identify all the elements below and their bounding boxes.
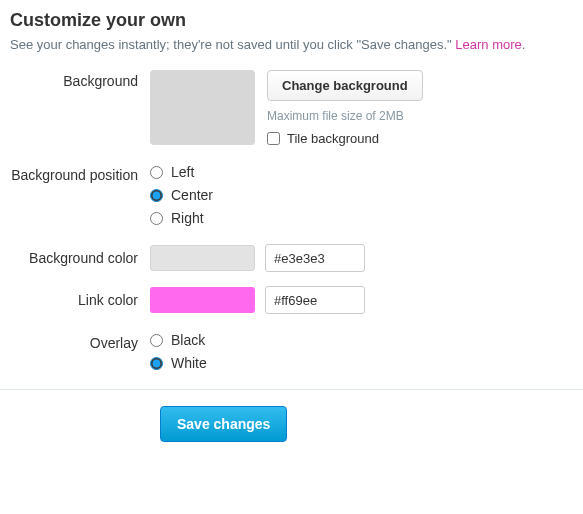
tile-background-row[interactable]: Tile background — [267, 131, 423, 146]
background-color-swatch[interactable] — [150, 245, 255, 271]
position-left-radio[interactable] — [150, 166, 163, 179]
position-radio-group: Left Center Right — [150, 164, 213, 226]
link-color-label: Link color — [10, 286, 150, 309]
change-background-button[interactable]: Change background — [267, 70, 423, 101]
page-title: Customize your own — [10, 10, 573, 31]
filesize-hint: Maximum file size of 2MB — [267, 109, 423, 123]
learn-more-link[interactable]: Learn more — [455, 37, 521, 52]
overlay-black-label: Black — [171, 332, 205, 348]
background-preview — [150, 70, 255, 145]
save-changes-button[interactable]: Save changes — [160, 406, 287, 442]
overlay-white-label: White — [171, 355, 207, 371]
page-subtext: See your changes instantly; they're not … — [10, 37, 573, 52]
position-right-label: Right — [171, 210, 204, 226]
position-left-label: Left — [171, 164, 194, 180]
background-label: Background — [10, 70, 150, 90]
overlay-black-radio[interactable] — [150, 334, 163, 347]
overlay-white-row[interactable]: White — [150, 355, 207, 371]
position-right-radio[interactable] — [150, 212, 163, 225]
position-left-row[interactable]: Left — [150, 164, 213, 180]
tile-background-label: Tile background — [287, 131, 379, 146]
background-position-label: Background position — [10, 164, 150, 184]
background-color-label: Background color — [10, 244, 150, 267]
overlay-white-radio[interactable] — [150, 357, 163, 370]
position-center-row[interactable]: Center — [150, 187, 213, 203]
overlay-black-row[interactable]: Black — [150, 332, 207, 348]
link-color-swatch[interactable] — [150, 287, 255, 313]
subtext-text: See your changes instantly; they're not … — [10, 37, 455, 52]
position-center-radio[interactable] — [150, 189, 163, 202]
tile-background-checkbox[interactable] — [267, 132, 280, 145]
position-right-row[interactable]: Right — [150, 210, 213, 226]
overlay-label: Overlay — [10, 332, 150, 352]
background-color-input[interactable] — [265, 244, 365, 272]
overlay-radio-group: Black White — [150, 332, 207, 371]
link-color-input[interactable] — [265, 286, 365, 314]
position-center-label: Center — [171, 187, 213, 203]
